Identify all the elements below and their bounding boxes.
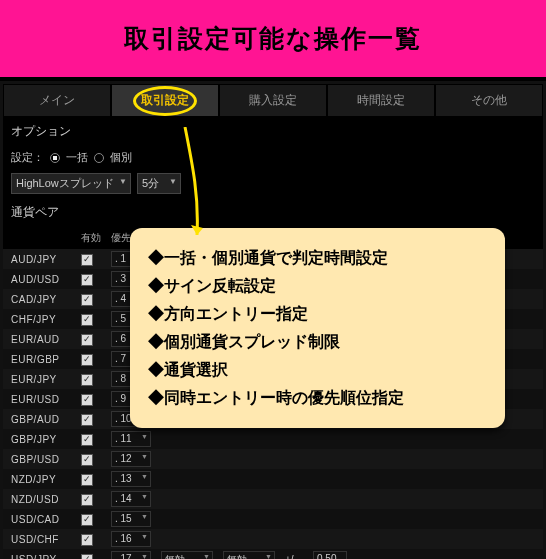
enable-checkbox[interactable] [81,474,93,486]
enable-checkbox[interactable] [81,294,93,306]
pair-row: USD/CAD. 15 [3,509,543,529]
pair-label: CAD/JPY [11,294,71,305]
option-select-row: HighLowスプレッド 5分 [3,169,543,198]
enable-checkbox[interactable] [81,494,93,506]
page-banner: 取引設定可能な操作一覧 [0,0,546,77]
pair-label: USD/CAD [11,514,71,525]
pair-label: GBP/AUD [11,414,71,425]
option-mode-row: 設定： 一括 個別 [3,146,543,169]
priority-select[interactable]: . 15 [111,511,151,527]
pair-label: EUR/JPY [11,374,71,385]
priority-select[interactable]: . 11 [111,431,151,447]
pair-label: AUD/JPY [11,254,71,265]
priority-select[interactable]: . 12 [111,451,151,467]
enable-checkbox[interactable] [81,334,93,346]
enable-checkbox[interactable] [81,374,93,386]
enable-checkbox[interactable] [81,354,93,366]
pair-row: NZD/JPY. 13 [3,469,543,489]
pairs-section-title: 通貨ペア [3,198,543,227]
banner-title: 取引設定可能な操作一覧 [124,24,422,52]
pair-row: GBP/JPY. 11 [3,429,543,449]
pair-row: GBP/USD. 12 [3,449,543,469]
priority-select[interactable]: . 16 [111,531,151,547]
enable-checkbox[interactable] [81,314,93,326]
enable-checkbox[interactable] [81,434,93,446]
bubble-line: ◆サイン反転設定 [148,272,487,300]
pair-label: NZD/JPY [11,474,71,485]
radio-batch-label: 一括 [66,150,88,165]
bubble-line: ◆方向エントリー指定 [148,300,487,328]
feature-tooltip: ◆一括・個別通貨で判定時間設定 ◆サイン反転設定 ◆方向エントリー指定 ◆個別通… [130,228,505,428]
tab-bar: メイン 取引設定 購入設定 時間設定 その他 [3,84,543,117]
pair-label: GBP/USD [11,454,71,465]
pair-label: EUR/AUD [11,334,71,345]
enable-checkbox[interactable] [81,274,93,286]
enable-checkbox[interactable] [81,254,93,266]
pair-label: USD/JPY [11,554,71,560]
pair-label: EUR/USD [11,394,71,405]
bubble-line: ◆通貨選択 [148,356,487,384]
pair-row: USD/JPY. 17無効無効+/-0.50 [3,549,543,559]
enable-checkbox[interactable] [81,514,93,526]
tab-main[interactable]: メイン [3,84,111,117]
tab-purchase-settings[interactable]: 購入設定 [219,84,327,117]
priority-select[interactable]: . 13 [111,471,151,487]
pair-row: NZD/USD. 14 [3,489,543,509]
col-enable: 有効 [81,231,101,245]
pair-label: NZD/USD [11,494,71,505]
reverse-select[interactable]: 無効 [161,551,213,559]
pair-row: USD/CHF. 16 [3,529,543,549]
radio-individual-label: 個別 [110,150,132,165]
priority-select[interactable]: . 17 [111,551,151,559]
spread-plusminus: +/- [285,554,303,560]
option-section-title: オプション [3,117,543,146]
bubble-line: ◆一括・個別通貨で判定時間設定 [148,244,487,272]
bubble-line: ◆個別通貨スプレッド制限 [148,328,487,356]
pair-label: EUR/GBP [11,354,71,365]
radio-individual[interactable] [94,153,104,163]
direction-select[interactable]: 無効 [223,551,275,559]
enable-checkbox[interactable] [81,394,93,406]
enable-checkbox[interactable] [81,554,93,559]
tab-time-settings[interactable]: 時間設定 [327,84,435,117]
radio-batch[interactable] [50,153,60,163]
pair-label: USD/CHF [11,534,71,545]
settings-label: 設定： [11,150,44,165]
product-select[interactable]: HighLowスプレッド [11,173,131,194]
tab-other[interactable]: その他 [435,84,543,117]
enable-checkbox[interactable] [81,414,93,426]
priority-select[interactable]: . 14 [111,491,151,507]
pair-label: AUD/USD [11,274,71,285]
pair-label: GBP/JPY [11,434,71,445]
enable-checkbox[interactable] [81,534,93,546]
spread-value[interactable]: 0.50 [313,551,347,559]
tab-trade-settings[interactable]: 取引設定 [111,84,219,117]
time-select[interactable]: 5分 [137,173,181,194]
enable-checkbox[interactable] [81,454,93,466]
pair-label: CHF/JPY [11,314,71,325]
bubble-line: ◆同時エントリー時の優先順位指定 [148,384,487,412]
